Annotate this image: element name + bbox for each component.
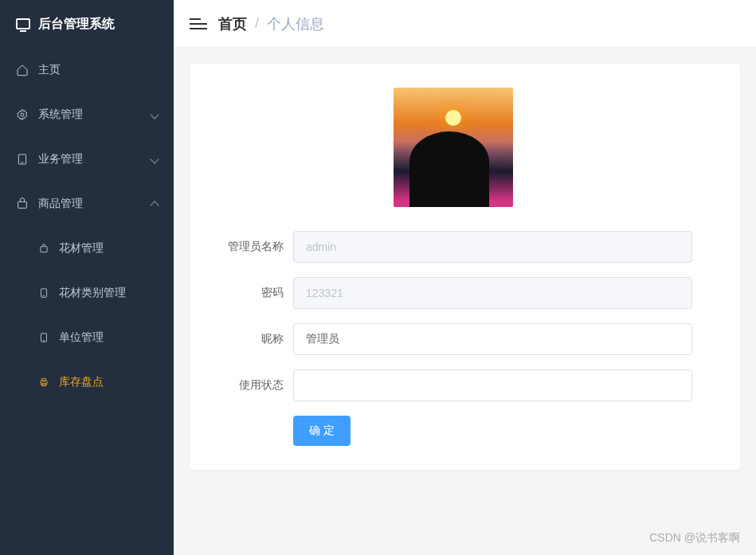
svg-rect-10 (42, 378, 46, 381)
bag-icon (38, 243, 49, 254)
submenu-item-flower[interactable]: 花材管理 (0, 226, 174, 271)
header: 首页 / 个人信息 (174, 0, 756, 48)
breadcrumb-current: 个人信息 (267, 14, 324, 33)
avatar-row (213, 88, 692, 207)
submenu-item-category[interactable]: 花材类别管理 (0, 271, 174, 315)
printer-icon (38, 377, 49, 388)
svg-point-0 (21, 113, 24, 116)
submenu-item-unit[interactable]: 单位管理 (0, 315, 174, 360)
button-row: 确 定 (293, 416, 692, 446)
breadcrumb: 首页 / 个人信息 (218, 14, 324, 33)
sidebar-item-label: 业务管理 (38, 152, 83, 166)
breadcrumb-separator: / (255, 15, 259, 32)
device-icon (38, 332, 49, 343)
sidebar-item-label: 主页 (38, 63, 61, 77)
label-nickname: 昵称 (213, 332, 293, 346)
logo-icon (16, 18, 30, 29)
avatar-image[interactable] (394, 88, 513, 207)
form-row-nickname: 昵称 (213, 323, 692, 355)
tablet-icon (16, 153, 29, 166)
main-area: 首页 / 个人信息 管理员名称 密码 昵称 使用状态 (174, 0, 756, 555)
svg-rect-3 (18, 201, 27, 208)
watermark: CSDN @说书客啊 (649, 531, 740, 545)
gear-icon (16, 108, 29, 121)
svg-rect-4 (41, 247, 47, 252)
input-password (293, 277, 692, 309)
chevron-down-icon (150, 110, 159, 119)
home-icon (16, 64, 29, 76)
input-status[interactable] (293, 369, 692, 401)
content: 管理员名称 密码 昵称 使用状态 确 定 (174, 48, 756, 555)
sidebar-item-home[interactable]: 主页 (0, 48, 174, 92)
sidebar-item-business[interactable]: 业务管理 (0, 137, 174, 182)
submenu-item-label: 花材类别管理 (59, 286, 126, 300)
label-status: 使用状态 (213, 378, 293, 393)
profile-card: 管理员名称 密码 昵称 使用状态 确 定 (190, 64, 740, 470)
sidebar-toggle-icon[interactable] (190, 15, 207, 33)
logo-area: 后台管理系统 (0, 0, 174, 48)
goods-icon (16, 197, 29, 210)
submenu-item-label: 花材管理 (59, 241, 104, 256)
sidebar-item-label: 商品管理 (38, 197, 83, 211)
form-row-password: 密码 (213, 277, 692, 309)
chevron-down-icon (150, 154, 159, 163)
app-title: 后台管理系统 (38, 16, 115, 33)
form-row-status: 使用状态 (213, 369, 692, 401)
sidebar-item-goods[interactable]: 商品管理 (0, 182, 174, 226)
sidebar: 后台管理系统 主页 系统管理 业务管理 商品管理 花材管理 (0, 0, 174, 555)
input-admin-name (293, 231, 692, 263)
submenu-item-label: 单位管理 (59, 330, 104, 345)
submenu-item-label: 库存盘点 (59, 375, 104, 389)
sidebar-item-system[interactable]: 系统管理 (0, 92, 174, 137)
sidebar-item-label: 系统管理 (38, 107, 83, 122)
input-nickname[interactable] (293, 323, 692, 355)
submit-button[interactable]: 确 定 (293, 416, 351, 446)
submenu-item-inventory[interactable]: 库存盘点 (0, 360, 174, 405)
label-admin-name: 管理员名称 (213, 240, 293, 254)
form-row-admin-name: 管理员名称 (213, 231, 692, 263)
device-icon (38, 287, 49, 299)
chevron-up-icon (150, 201, 159, 209)
label-password: 密码 (213, 286, 293, 300)
breadcrumb-home[interactable]: 首页 (218, 14, 247, 33)
svg-rect-9 (41, 381, 47, 385)
